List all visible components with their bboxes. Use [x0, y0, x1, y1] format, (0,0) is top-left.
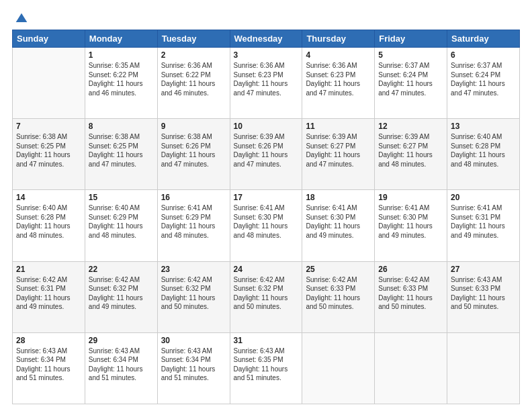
day-number: 25	[306, 265, 371, 274]
calendar-cell: 21Sunrise: 6:42 AM Sunset: 6:31 PM Dayli…	[13, 261, 85, 332]
calendar-cell: 18Sunrise: 6:41 AM Sunset: 6:30 PM Dayli…	[302, 190, 375, 261]
cell-info: Sunrise: 6:36 AM Sunset: 6:23 PM Dayligh…	[234, 61, 299, 97]
cell-info: Sunrise: 6:37 AM Sunset: 6:24 PM Dayligh…	[451, 61, 516, 97]
cell-info: Sunrise: 6:36 AM Sunset: 6:22 PM Dayligh…	[161, 61, 226, 97]
cell-info: Sunrise: 6:43 AM Sunset: 6:35 PM Dayligh…	[234, 347, 299, 383]
calendar-cell: 22Sunrise: 6:42 AM Sunset: 6:32 PM Dayli…	[85, 261, 157, 332]
weekday-header-wednesday: Wednesday	[230, 30, 302, 48]
day-number: 7	[16, 122, 81, 131]
cell-info: Sunrise: 6:41 AM Sunset: 6:30 PM Dayligh…	[378, 203, 443, 240]
cell-info: Sunrise: 6:43 AM Sunset: 6:33 PM Dayligh…	[451, 275, 516, 312]
cell-info: Sunrise: 6:41 AM Sunset: 6:30 PM Dayligh…	[234, 203, 299, 240]
day-number: 28	[16, 336, 81, 345]
calendar-cell: 29Sunrise: 6:43 AM Sunset: 6:34 PM Dayli…	[85, 332, 157, 404]
calendar-week-row: 21Sunrise: 6:42 AM Sunset: 6:31 PM Dayli…	[13, 261, 520, 332]
cell-info: Sunrise: 6:40 AM Sunset: 6:28 PM Dayligh…	[16, 203, 81, 240]
day-number: 2	[161, 50, 226, 60]
day-number: 26	[378, 265, 443, 274]
calendar-cell: 2Sunrise: 6:36 AM Sunset: 6:22 PM Daylig…	[157, 48, 230, 119]
day-number: 11	[306, 122, 371, 131]
calendar-cell: 25Sunrise: 6:42 AM Sunset: 6:33 PM Dayli…	[302, 261, 375, 332]
day-number: 5	[378, 50, 443, 60]
day-number: 20	[451, 193, 516, 202]
day-number: 19	[378, 193, 443, 202]
cell-info: Sunrise: 6:43 AM Sunset: 6:34 PM Dayligh…	[16, 347, 81, 383]
day-number: 16	[161, 193, 226, 202]
cell-info: Sunrise: 6:36 AM Sunset: 6:23 PM Dayligh…	[306, 61, 371, 97]
calendar-week-row: 7Sunrise: 6:38 AM Sunset: 6:25 PM Daylig…	[13, 119, 520, 190]
calendar-week-row: 1Sunrise: 6:35 AM Sunset: 6:22 PM Daylig…	[13, 48, 520, 119]
calendar-cell: 23Sunrise: 6:42 AM Sunset: 6:32 PM Dayli…	[157, 261, 230, 332]
calendar-cell: 11Sunrise: 6:39 AM Sunset: 6:27 PM Dayli…	[302, 119, 375, 190]
calendar-cell: 28Sunrise: 6:43 AM Sunset: 6:34 PM Dayli…	[13, 332, 85, 404]
weekday-header-sunday: Sunday	[13, 30, 85, 48]
cell-info: Sunrise: 6:43 AM Sunset: 6:34 PM Dayligh…	[161, 347, 226, 383]
cell-info: Sunrise: 6:37 AM Sunset: 6:24 PM Dayligh…	[378, 61, 443, 97]
weekday-header-saturday: Saturday	[447, 30, 520, 48]
day-number: 23	[161, 265, 226, 274]
calendar-cell	[447, 332, 520, 404]
calendar-cell: 1Sunrise: 6:35 AM Sunset: 6:22 PM Daylig…	[85, 48, 157, 119]
day-number: 18	[306, 193, 371, 202]
calendar-cell: 31Sunrise: 6:43 AM Sunset: 6:35 PM Dayli…	[230, 332, 302, 404]
calendar-cell	[302, 332, 375, 404]
calendar-cell: 17Sunrise: 6:41 AM Sunset: 6:30 PM Dayli…	[230, 190, 302, 261]
logo-icon	[15, 12, 28, 26]
day-number: 10	[234, 122, 299, 131]
cell-info: Sunrise: 6:42 AM Sunset: 6:31 PM Dayligh…	[16, 275, 81, 312]
calendar-cell: 12Sunrise: 6:39 AM Sunset: 6:27 PM Dayli…	[375, 119, 447, 190]
cell-info: Sunrise: 6:39 AM Sunset: 6:27 PM Dayligh…	[306, 132, 371, 169]
calendar-week-row: 14Sunrise: 6:40 AM Sunset: 6:28 PM Dayli…	[13, 190, 520, 261]
weekday-header-friday: Friday	[375, 30, 447, 48]
day-number: 15	[89, 193, 154, 202]
day-number: 29	[89, 336, 154, 345]
weekday-header-monday: Monday	[85, 30, 157, 48]
calendar-cell: 15Sunrise: 6:40 AM Sunset: 6:29 PM Dayli…	[85, 190, 157, 261]
day-number: 24	[234, 265, 299, 274]
calendar-cell: 14Sunrise: 6:40 AM Sunset: 6:28 PM Dayli…	[13, 190, 85, 261]
cell-info: Sunrise: 6:40 AM Sunset: 6:28 PM Dayligh…	[451, 132, 516, 169]
calendar-cell: 13Sunrise: 6:40 AM Sunset: 6:28 PM Dayli…	[447, 119, 520, 190]
cell-info: Sunrise: 6:38 AM Sunset: 6:25 PM Dayligh…	[89, 132, 154, 169]
cell-info: Sunrise: 6:41 AM Sunset: 6:30 PM Dayligh…	[306, 203, 371, 240]
day-number: 13	[451, 122, 516, 131]
cell-info: Sunrise: 6:38 AM Sunset: 6:25 PM Dayligh…	[16, 132, 81, 169]
cell-info: Sunrise: 6:43 AM Sunset: 6:34 PM Dayligh…	[89, 347, 154, 383]
cell-info: Sunrise: 6:41 AM Sunset: 6:29 PM Dayligh…	[161, 203, 226, 240]
cell-info: Sunrise: 6:42 AM Sunset: 6:32 PM Dayligh…	[89, 275, 154, 312]
calendar-cell: 7Sunrise: 6:38 AM Sunset: 6:25 PM Daylig…	[13, 119, 85, 190]
calendar-cell	[375, 332, 447, 404]
cell-info: Sunrise: 6:39 AM Sunset: 6:27 PM Dayligh…	[378, 132, 443, 169]
cell-info: Sunrise: 6:41 AM Sunset: 6:31 PM Dayligh…	[451, 203, 516, 240]
calendar-cell: 16Sunrise: 6:41 AM Sunset: 6:29 PM Dayli…	[157, 190, 230, 261]
day-number: 31	[234, 336, 299, 345]
cell-info: Sunrise: 6:35 AM Sunset: 6:22 PM Dayligh…	[89, 61, 154, 97]
day-number: 21	[16, 265, 81, 274]
day-number: 12	[378, 122, 443, 131]
day-number: 1	[89, 50, 154, 60]
cell-info: Sunrise: 6:42 AM Sunset: 6:33 PM Dayligh…	[378, 275, 443, 312]
calendar-cell: 30Sunrise: 6:43 AM Sunset: 6:34 PM Dayli…	[157, 332, 230, 404]
calendar-cell: 24Sunrise: 6:42 AM Sunset: 6:32 PM Dayli…	[230, 261, 302, 332]
day-number: 6	[451, 50, 516, 60]
logo	[12, 12, 28, 23]
calendar-week-row: 28Sunrise: 6:43 AM Sunset: 6:34 PM Dayli…	[13, 332, 520, 404]
day-number: 3	[234, 50, 299, 60]
day-number: 30	[161, 336, 226, 345]
calendar-cell: 26Sunrise: 6:42 AM Sunset: 6:33 PM Dayli…	[375, 261, 447, 332]
day-number: 8	[89, 122, 154, 131]
calendar-table: SundayMondayTuesdayWednesdayThursdayFrid…	[12, 30, 520, 404]
day-number: 4	[306, 50, 371, 60]
cell-info: Sunrise: 6:42 AM Sunset: 6:33 PM Dayligh…	[306, 275, 371, 312]
weekday-header-tuesday: Tuesday	[157, 30, 230, 48]
cell-info: Sunrise: 6:40 AM Sunset: 6:29 PM Dayligh…	[89, 203, 154, 240]
calendar-cell	[13, 48, 85, 119]
weekday-header-thursday: Thursday	[302, 30, 375, 48]
calendar-cell: 27Sunrise: 6:43 AM Sunset: 6:33 PM Dayli…	[447, 261, 520, 332]
calendar-cell: 5Sunrise: 6:37 AM Sunset: 6:24 PM Daylig…	[375, 48, 447, 119]
calendar-cell: 10Sunrise: 6:39 AM Sunset: 6:26 PM Dayli…	[230, 119, 302, 190]
day-number: 9	[161, 122, 226, 131]
calendar-cell: 8Sunrise: 6:38 AM Sunset: 6:25 PM Daylig…	[85, 119, 157, 190]
calendar-cell: 4Sunrise: 6:36 AM Sunset: 6:23 PM Daylig…	[302, 48, 375, 119]
calendar-cell: 6Sunrise: 6:37 AM Sunset: 6:24 PM Daylig…	[447, 48, 520, 119]
